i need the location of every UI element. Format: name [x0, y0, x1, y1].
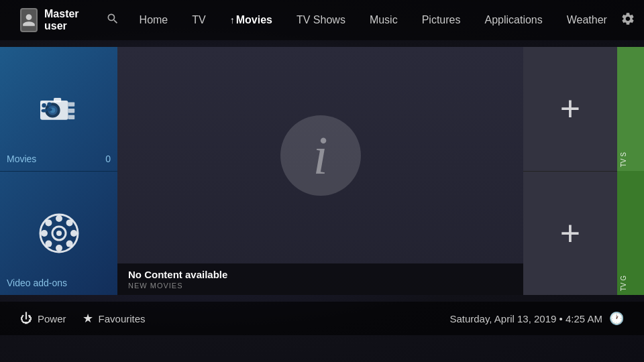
svg-point-19 — [70, 230, 77, 237]
right-panel: + + — [523, 47, 617, 295]
svg-point-20 — [66, 219, 72, 226]
no-content-title: No Content available — [128, 269, 513, 280]
svg-point-23 — [66, 240, 72, 247]
no-content-bar: No Content available NEW MOVIES — [117, 263, 523, 295]
user-avatar — [20, 8, 38, 32]
tv-shows-peek-tile[interactable]: TV S — [617, 47, 644, 171]
video-addons-tile[interactable]: Video add-ons — [0, 172, 117, 296]
add-tile-top[interactable]: + — [523, 47, 617, 172]
svg-point-16 — [56, 215, 62, 222]
svg-rect-5 — [68, 103, 74, 107]
favourites-button[interactable]: ★ Favourites — [83, 311, 146, 326]
svg-point-18 — [41, 230, 48, 237]
svg-rect-6 — [68, 109, 74, 113]
nav-tv[interactable]: TV — [181, 10, 216, 30]
tv-shows-peek-label: TV S — [620, 152, 627, 167]
settings-icon[interactable] — [621, 11, 635, 29]
nav-movies[interactable]: Movies — [219, 10, 283, 30]
svg-point-22 — [45, 219, 52, 226]
add-tile-bottom[interactable]: + — [523, 172, 617, 296]
nav-applications[interactable]: Applications — [474, 10, 553, 30]
header: Master user Home TV Movies TV Shows Musi… — [0, 0, 644, 40]
nav-music[interactable]: Music — [359, 10, 409, 30]
power-button[interactable]: ⏻ Power — [20, 312, 66, 326]
video-addons-label: Video add-ons — [7, 278, 67, 288]
main-content: Movies 0 Video add-ons — [0, 40, 644, 302]
nav-home[interactable]: Home — [129, 10, 179, 30]
far-right-panel: TV S TV G — [617, 47, 644, 295]
main-nav: Home TV Movies TV Shows Music Pictures A… — [106, 10, 635, 30]
svg-rect-4 — [54, 98, 61, 102]
left-panel: Movies 0 Video add-ons — [0, 47, 117, 295]
nav-weather[interactable]: Weather — [556, 10, 618, 30]
no-content-subtitle: NEW MOVIES — [128, 282, 513, 290]
svg-point-21 — [45, 240, 52, 247]
svg-point-15 — [56, 231, 62, 236]
power-icon: ⏻ — [20, 312, 32, 326]
plus-icon-bottom: + — [560, 216, 580, 251]
clock-icon: 🕐 — [609, 311, 624, 326]
datetime-display: Saturday, April 13, 2019 • 4:25 AM — [449, 313, 602, 324]
svg-point-17 — [56, 245, 62, 251]
svg-point-11 — [47, 103, 51, 107]
tv-g-peek-label: TV G — [620, 276, 627, 291]
movies-tile[interactable]: Movies 0 — [0, 47, 117, 172]
movies-label: Movies — [7, 154, 36, 164]
svg-point-12 — [46, 108, 52, 111]
center-panel: i No Content available NEW MOVIES — [117, 47, 523, 295]
film-reel-icon — [39, 213, 79, 253]
movies-count: 0 — [105, 154, 111, 164]
footer-left: ⏻ Power ★ Favourites — [20, 311, 146, 326]
power-label: Power — [38, 313, 66, 324]
svg-point-9 — [42, 103, 46, 107]
plus-icon-top: + — [560, 91, 580, 126]
nav-tvshows[interactable]: TV Shows — [286, 10, 356, 30]
user-name: Master user — [44, 8, 86, 32]
user-section: Master user — [20, 8, 86, 32]
footer-right: Saturday, April 13, 2019 • 4:25 AM 🕐 — [449, 311, 624, 326]
tv-g-peek-tile[interactable]: TV G — [617, 171, 644, 295]
search-icon[interactable] — [106, 12, 119, 29]
nav-pictures[interactable]: Pictures — [411, 10, 472, 30]
camera-icon — [38, 93, 80, 125]
svg-point-10 — [41, 109, 46, 113]
favourites-icon: ★ — [83, 311, 93, 326]
favourites-label: Favourites — [99, 313, 146, 324]
footer: ⏻ Power ★ Favourites Saturday, April 13,… — [0, 302, 644, 335]
svg-rect-7 — [68, 115, 74, 119]
info-icon: i — [280, 115, 361, 196]
info-area: i — [117, 47, 523, 263]
